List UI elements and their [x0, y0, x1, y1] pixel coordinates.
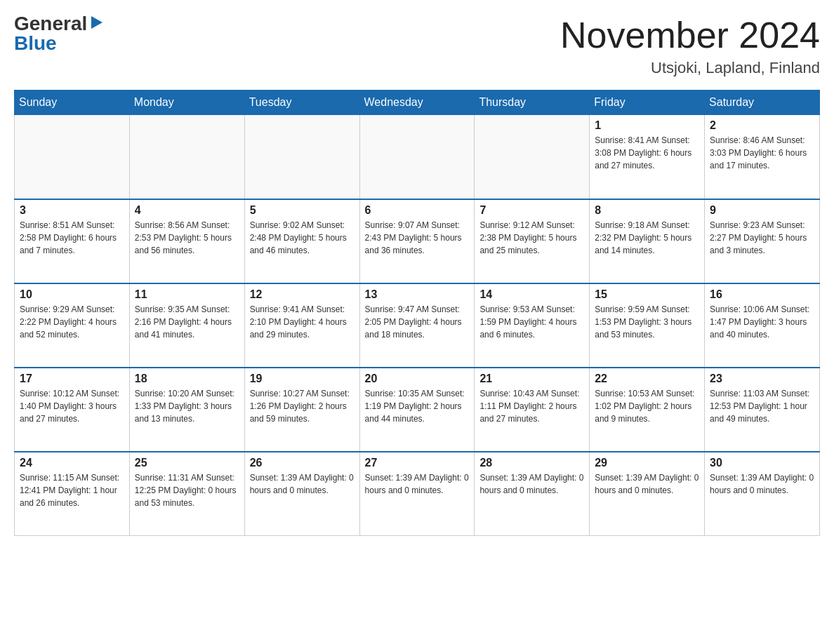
table-row: 7Sunrise: 9:12 AM Sunset: 2:38 PM Daylig…: [475, 199, 590, 283]
table-row: 8Sunrise: 9:18 AM Sunset: 2:32 PM Daylig…: [590, 199, 705, 283]
table-row: 19Sunrise: 10:27 AM Sunset: 1:26 PM Dayl…: [244, 368, 359, 452]
day-info: Sunrise: 10:27 AM Sunset: 1:26 PM Daylig…: [250, 387, 355, 425]
calendar-week-row: 24Sunrise: 11:15 AM Sunset: 12:41 PM Day…: [15, 452, 820, 536]
day-number: 8: [595, 204, 699, 217]
day-number: 19: [250, 373, 355, 385]
day-info: Sunrise: 9:35 AM Sunset: 2:16 PM Dayligh…: [135, 303, 239, 341]
logo: General Blue: [14, 14, 104, 53]
day-number: 24: [20, 457, 124, 469]
col-wednesday: Wednesday: [359, 90, 475, 115]
day-info: Sunrise: 10:12 AM Sunset: 1:40 PM Daylig…: [20, 387, 124, 425]
title-area: November 2024 Utsjoki, Lapland, Finland: [560, 14, 820, 77]
day-info: Sunset: 1:39 AM Daylight: 0 hours and 0 …: [479, 471, 584, 497]
table-row: 12Sunrise: 9:41 AM Sunset: 2:10 PM Dayli…: [244, 283, 359, 368]
day-info: Sunrise: 9:12 AM Sunset: 2:38 PM Dayligh…: [479, 219, 584, 257]
table-row: 1Sunrise: 8:41 AM Sunset: 3:08 PM Daylig…: [590, 115, 705, 199]
day-info: Sunset: 1:39 AM Daylight: 0 hours and 0 …: [365, 471, 470, 497]
table-row: 6Sunrise: 9:07 AM Sunset: 2:43 PM Daylig…: [359, 199, 475, 283]
day-number: 13: [365, 288, 470, 301]
table-row: 17Sunrise: 10:12 AM Sunset: 1:40 PM Dayl…: [15, 368, 130, 452]
day-number: 4: [135, 204, 239, 217]
calendar-week-row: 1Sunrise: 8:41 AM Sunset: 3:08 PM Daylig…: [15, 115, 820, 199]
day-number: 15: [595, 288, 699, 301]
table-row: 13Sunrise: 9:47 AM Sunset: 2:05 PM Dayli…: [359, 283, 475, 368]
day-info: Sunrise: 9:23 AM Sunset: 2:27 PM Dayligh…: [710, 219, 814, 257]
table-row: [359, 115, 475, 199]
day-number: 21: [479, 373, 584, 385]
day-info: Sunrise: 10:06 AM Sunset: 1:47 PM Daylig…: [710, 303, 814, 341]
day-info: Sunrise: 8:41 AM Sunset: 3:08 PM Dayligh…: [595, 134, 699, 172]
day-info: Sunrise: 8:56 AM Sunset: 2:53 PM Dayligh…: [135, 219, 239, 257]
day-number: 2: [710, 119, 814, 132]
day-info: Sunset: 1:39 AM Daylight: 0 hours and 0 …: [595, 471, 699, 497]
day-info: Sunrise: 10:43 AM Sunset: 1:11 PM Daylig…: [479, 387, 584, 425]
location-title: Utsjoki, Lapland, Finland: [560, 59, 820, 77]
table-row: 25Sunrise: 11:31 AM Sunset: 12:25 PM Day…: [129, 452, 244, 536]
col-monday: Monday: [129, 90, 244, 115]
day-info: Sunrise: 10:35 AM Sunset: 1:19 PM Daylig…: [365, 387, 470, 425]
logo-general-text: General: [14, 14, 87, 34]
table-row: 23Sunrise: 11:03 AM Sunset: 12:53 PM Day…: [705, 368, 820, 452]
table-row: 5Sunrise: 9:02 AM Sunset: 2:48 PM Daylig…: [244, 199, 359, 283]
day-info: Sunrise: 10:20 AM Sunset: 1:33 PM Daylig…: [135, 387, 239, 425]
table-row: 9Sunrise: 9:23 AM Sunset: 2:27 PM Daylig…: [705, 199, 820, 283]
logo-flag-icon: [88, 15, 104, 30]
day-number: 26: [250, 457, 355, 469]
day-info: Sunrise: 9:53 AM Sunset: 1:59 PM Dayligh…: [479, 303, 584, 341]
calendar-header-row: Sunday Monday Tuesday Wednesday Thursday…: [15, 90, 820, 115]
day-number: 5: [250, 204, 355, 217]
day-number: 9: [710, 204, 814, 217]
day-number: 18: [135, 373, 239, 385]
table-row: 20Sunrise: 10:35 AM Sunset: 1:19 PM Dayl…: [359, 368, 475, 452]
day-info: Sunrise: 9:47 AM Sunset: 2:05 PM Dayligh…: [365, 303, 470, 341]
svg-marker-0: [91, 16, 102, 29]
table-row: [475, 115, 590, 199]
day-number: 25: [135, 457, 239, 469]
day-number: 10: [20, 288, 124, 301]
table-row: 24Sunrise: 11:15 AM Sunset: 12:41 PM Day…: [15, 452, 130, 536]
day-number: 30: [710, 457, 814, 469]
table-row: 16Sunrise: 10:06 AM Sunset: 1:47 PM Dayl…: [705, 283, 820, 368]
table-row: 4Sunrise: 8:56 AM Sunset: 2:53 PM Daylig…: [129, 199, 244, 283]
table-row: 27Sunset: 1:39 AM Daylight: 0 hours and …: [359, 452, 475, 536]
table-row: 29Sunset: 1:39 AM Daylight: 0 hours and …: [590, 452, 705, 536]
table-row: [129, 115, 244, 199]
table-row: 26Sunset: 1:39 AM Daylight: 0 hours and …: [244, 452, 359, 536]
day-info: Sunrise: 11:15 AM Sunset: 12:41 PM Dayli…: [20, 471, 124, 509]
day-info: Sunrise: 8:51 AM Sunset: 2:58 PM Dayligh…: [20, 219, 124, 257]
day-number: 22: [595, 373, 699, 385]
calendar-table: Sunday Monday Tuesday Wednesday Thursday…: [14, 90, 820, 536]
day-number: 28: [479, 457, 584, 469]
day-info: Sunrise: 11:31 AM Sunset: 12:25 PM Dayli…: [135, 471, 239, 509]
day-number: 17: [20, 373, 124, 385]
table-row: 30Sunset: 1:39 AM Daylight: 0 hours and …: [705, 452, 820, 536]
day-number: 14: [479, 288, 584, 301]
table-row: 10Sunrise: 9:29 AM Sunset: 2:22 PM Dayli…: [15, 283, 130, 368]
logo-blue-text: Blue: [14, 32, 57, 54]
day-number: 16: [710, 288, 814, 301]
day-info: Sunrise: 9:18 AM Sunset: 2:32 PM Dayligh…: [595, 219, 699, 257]
day-info: Sunrise: 9:07 AM Sunset: 2:43 PM Dayligh…: [365, 219, 470, 257]
month-title: November 2024: [560, 14, 820, 56]
day-info: Sunset: 1:39 AM Daylight: 0 hours and 0 …: [250, 471, 355, 497]
table-row: 15Sunrise: 9:59 AM Sunset: 1:53 PM Dayli…: [590, 283, 705, 368]
table-row: 22Sunrise: 10:53 AM Sunset: 1:02 PM Dayl…: [590, 368, 705, 452]
day-info: Sunset: 1:39 AM Daylight: 0 hours and 0 …: [710, 471, 814, 497]
day-info: Sunrise: 8:46 AM Sunset: 3:03 PM Dayligh…: [710, 134, 814, 172]
day-number: 1: [595, 119, 699, 132]
table-row: 21Sunrise: 10:43 AM Sunset: 1:11 PM Dayl…: [475, 368, 590, 452]
day-number: 7: [479, 204, 584, 217]
table-row: 14Sunrise: 9:53 AM Sunset: 1:59 PM Dayli…: [475, 283, 590, 368]
day-info: Sunrise: 9:41 AM Sunset: 2:10 PM Dayligh…: [250, 303, 355, 341]
day-number: 3: [20, 204, 124, 217]
table-row: [15, 115, 130, 199]
table-row: 2Sunrise: 8:46 AM Sunset: 3:03 PM Daylig…: [705, 115, 820, 199]
day-number: 11: [135, 288, 239, 301]
table-row: 11Sunrise: 9:35 AM Sunset: 2:16 PM Dayli…: [129, 283, 244, 368]
calendar-week-row: 17Sunrise: 10:12 AM Sunset: 1:40 PM Dayl…: [15, 368, 820, 452]
day-number: 6: [365, 204, 470, 217]
day-number: 12: [250, 288, 355, 301]
day-info: Sunrise: 10:53 AM Sunset: 1:02 PM Daylig…: [595, 387, 699, 425]
day-number: 20: [365, 373, 470, 385]
day-number: 23: [710, 373, 814, 385]
